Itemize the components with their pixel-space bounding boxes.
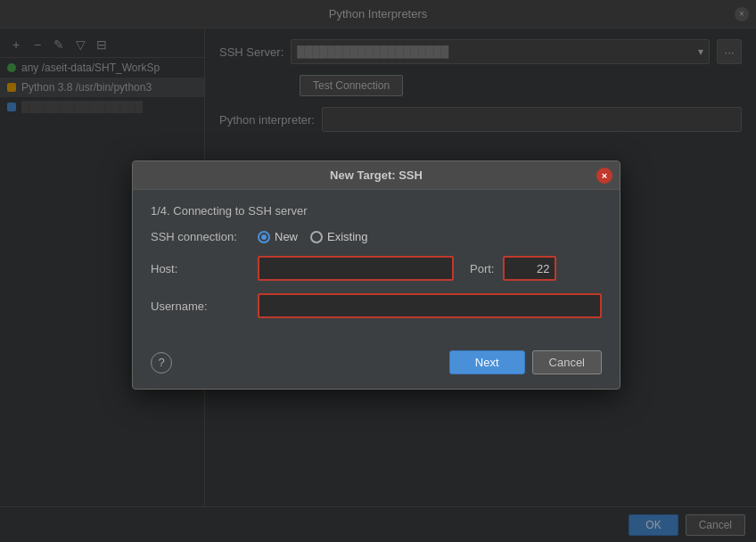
new-target-modal: New Target: SSH × 1/4. Connecting to SSH… xyxy=(132,160,620,390)
port-input[interactable] xyxy=(503,256,556,281)
radio-existing-circle[interactable] xyxy=(310,231,323,243)
host-label: Host: xyxy=(151,262,249,275)
next-button[interactable]: Next xyxy=(449,350,525,374)
modal-close-button[interactable]: × xyxy=(596,168,612,184)
help-button[interactable]: ? xyxy=(151,352,172,374)
port-label: Port: xyxy=(470,262,494,275)
username-label: Username: xyxy=(151,300,249,313)
ssh-connection-row: SSH connection: New Existing xyxy=(151,230,602,243)
radio-new-label: New xyxy=(275,230,298,243)
radio-new[interactable]: New xyxy=(258,230,298,243)
modal-footer: ? Next Cancel xyxy=(133,341,620,389)
cancel-button-modal[interactable]: Cancel xyxy=(532,350,602,374)
radio-new-circle[interactable] xyxy=(258,231,270,243)
radio-existing-label: Existing xyxy=(327,230,368,243)
modal-body: 1/4. Connecting to SSH server SSH connec… xyxy=(133,190,620,341)
step-label: 1/4. Connecting to SSH server xyxy=(151,204,602,218)
username-input[interactable] xyxy=(258,293,602,318)
modal-titlebar: New Target: SSH × xyxy=(133,161,620,190)
radio-group: New Existing xyxy=(258,230,368,243)
username-row: Username: xyxy=(151,293,602,318)
footer-buttons: Next Cancel xyxy=(449,350,602,374)
ssh-connection-label: SSH connection: xyxy=(151,230,249,243)
modal-title: New Target: SSH xyxy=(330,168,423,182)
host-port-row: Host: Port: xyxy=(151,256,602,281)
host-input[interactable] xyxy=(258,256,454,281)
radio-existing[interactable]: Existing xyxy=(310,230,368,243)
